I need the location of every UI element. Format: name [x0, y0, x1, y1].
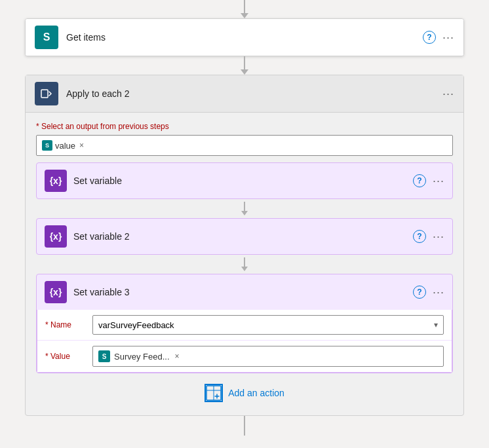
set-variable-3-title: Set variable 3 [73, 287, 406, 297]
set-variable-2-help-icon[interactable]: ? [413, 230, 426, 243]
bottom-connector [244, 416, 245, 436]
set-variable-3-header: {x} Set variable 3 ? ··· [37, 274, 452, 310]
connector-arrow [241, 13, 248, 18]
name-chevron-icon: ▾ [434, 320, 438, 329]
apply-each-icon [35, 82, 58, 105]
flow-container: S Get items ? ··· Apply to each 2 ·· [0, 0, 489, 436]
set-variable-1-menu-icon[interactable]: ··· [433, 174, 444, 188]
value-tag-close-icon[interactable]: × [175, 352, 180, 361]
sharepoint-icon: S [35, 26, 58, 49]
value-tag: S value × [42, 140, 84, 151]
set-variable-2-icon: {x} [45, 225, 67, 248]
apply-each-title: Apply to each 2 [66, 88, 435, 99]
set-variable-1-card: {x} Set variable ? ··· [36, 162, 453, 199]
set-variable-3-expanded: * Name varSurveyFeedback ▾ * Value S Su [37, 310, 452, 373]
set-variable-3-menu-icon[interactable]: ··· [433, 286, 444, 299]
inner-connector-2 [36, 255, 453, 274]
set-variable-1-icon: {x} [45, 170, 67, 192]
set-variable-1-header: {x} Set variable ? ··· [37, 163, 452, 198]
set-variable-2-menu-icon[interactable]: ··· [433, 230, 444, 244]
set-variable-2-actions: ? ··· [413, 230, 444, 244]
inner-connector-arrow-1 [241, 211, 248, 215]
value-tag-text: Survey Feed... [114, 352, 170, 362]
set-variable-2-header: {x} Set variable 2 ? ··· [37, 219, 452, 254]
name-input[interactable]: varSurveyFeedback ▾ [92, 315, 444, 335]
value-label: * Value [45, 352, 85, 361]
set-variable-2-card: {x} Set variable 2 ? ··· [36, 218, 453, 255]
inner-cards-section: {x} Set variable ? ··· {x} Set variable … [26, 162, 463, 373]
get-items-title: Get items [66, 32, 415, 43]
apply-each-container: Apply to each 2 ··· * Select an output f… [25, 75, 464, 416]
name-label: * Name [45, 320, 85, 329]
get-items-card: S Get items ? ··· [25, 18, 464, 56]
set-variable-3-help-icon[interactable]: ? [413, 286, 426, 299]
value-input[interactable]: S Survey Feed... × [92, 346, 444, 367]
svg-rect-0 [41, 90, 48, 98]
connector-line-2 [244, 56, 245, 69]
set-variable-1-help-icon[interactable]: ? [413, 174, 426, 187]
apply-each-actions: ··· [442, 87, 454, 101]
tag-close-icon[interactable]: × [79, 141, 84, 150]
add-action-button[interactable]: Add an action [205, 384, 284, 402]
inner-connector-1 [36, 199, 453, 218]
add-action-label: Add an action [228, 388, 284, 398]
value-field-row: * Value S Survey Feed... × [37, 341, 452, 372]
select-output-field[interactable]: S value × [36, 135, 453, 156]
tag-text: value [55, 141, 75, 151]
set-variable-1-actions: ? ··· [413, 174, 444, 188]
inner-connector-line-1 [244, 202, 245, 211]
connector-2 [244, 56, 245, 75]
set-variable-3-card: {x} Set variable 3 ? ··· * Name varSurve… [36, 274, 453, 373]
apply-each-menu-icon[interactable]: ··· [442, 87, 454, 101]
connector-arrow-2 [241, 69, 248, 75]
get-items-actions: ? ··· [423, 31, 454, 45]
get-items-menu-icon[interactable]: ··· [442, 31, 454, 45]
get-items-help-icon[interactable]: ? [423, 31, 436, 44]
get-items-header: S Get items ? ··· [26, 19, 463, 56]
top-connector [244, 0, 245, 18]
add-action-section: Add an action [26, 373, 463, 409]
value-tag-icon: S [98, 350, 110, 362]
apply-each-header: Apply to each 2 ··· [26, 75, 463, 113]
set-variable-1-title: Set variable [73, 176, 406, 186]
inner-connector-arrow-2 [241, 267, 248, 271]
connector-line [244, 0, 245, 13]
select-output-label: * Select an output from previous steps [36, 122, 453, 131]
name-field-row: * Name varSurveyFeedback ▾ [37, 310, 452, 341]
set-variable-3-icon: {x} [45, 281, 67, 303]
add-action-icon [205, 384, 223, 402]
name-value: varSurveyFeedback [98, 320, 174, 330]
bottom-connector-line [244, 416, 245, 436]
select-output-section: * Select an output from previous steps S… [26, 113, 463, 162]
set-variable-3-actions: ? ··· [413, 286, 444, 299]
tag-sharepoint-icon: S [42, 140, 52, 151]
inner-connector-line-2 [244, 257, 245, 267]
set-variable-2-title: Set variable 2 [73, 231, 406, 242]
